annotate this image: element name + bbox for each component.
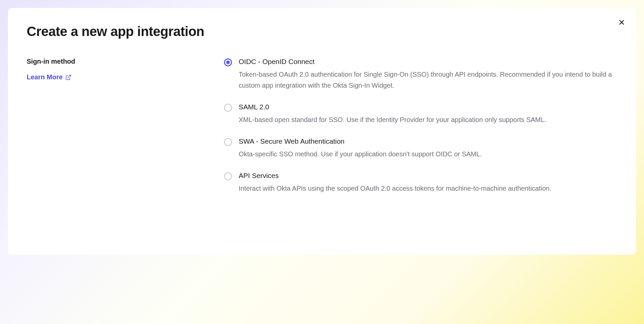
- left-column: Sign-in method Learn More: [27, 58, 213, 194]
- external-link-icon: [65, 74, 71, 80]
- option-content: OIDC - OpenID Connect Token-based OAuth …: [239, 58, 617, 91]
- section-label: Sign-in method: [27, 58, 213, 65]
- radio-circle: [224, 104, 232, 112]
- option-title: OIDC - OpenID Connect: [239, 58, 617, 66]
- radio-circle: [224, 172, 232, 180]
- option-title: API Services: [239, 172, 617, 180]
- modal-title: Create a new app integration: [27, 24, 617, 39]
- radio-option-saml[interactable]: SAML 2.0 XML-based open standard for SSO…: [224, 103, 617, 125]
- radio-option-swa[interactable]: SWA - Secure Web Authentication Okta-spe…: [224, 137, 617, 160]
- option-content: SAML 2.0 XML-based open standard for SSO…: [239, 103, 617, 125]
- option-title: SAML 2.0: [239, 103, 617, 111]
- learn-more-link[interactable]: Learn More: [27, 73, 71, 81]
- option-content: API Services Interact with Okta APIs usi…: [239, 172, 617, 194]
- radio-circle: [224, 138, 232, 146]
- option-content: SWA - Secure Web Authentication Okta-spe…: [239, 137, 617, 160]
- option-description: Token-based OAuth 2.0 authentication for…: [239, 69, 617, 91]
- svg-line-2: [68, 75, 70, 78]
- option-description: Interact with Okta APIs using the scoped…: [239, 183, 617, 194]
- radio-option-oidc[interactable]: OIDC - OpenID Connect Token-based OAuth …: [224, 58, 617, 91]
- option-title: SWA - Secure Web Authentication: [239, 137, 617, 145]
- learn-more-label: Learn More: [27, 73, 63, 81]
- right-column: OIDC - OpenID Connect Token-based OAuth …: [224, 58, 617, 194]
- radio-option-api-services[interactable]: API Services Interact with Okta APIs usi…: [224, 172, 617, 194]
- modal-content: Sign-in method Learn More OIDC - OpenID …: [27, 58, 617, 194]
- close-icon: [618, 19, 625, 26]
- radio-circle: [224, 58, 232, 66]
- create-app-integration-modal: Create a new app integration Sign-in met…: [8, 8, 636, 255]
- option-description: Okta-specific SSO method. Use if your ap…: [239, 149, 617, 160]
- close-button[interactable]: [617, 17, 627, 27]
- option-description: XML-based open standard for SSO. Use if …: [239, 114, 617, 125]
